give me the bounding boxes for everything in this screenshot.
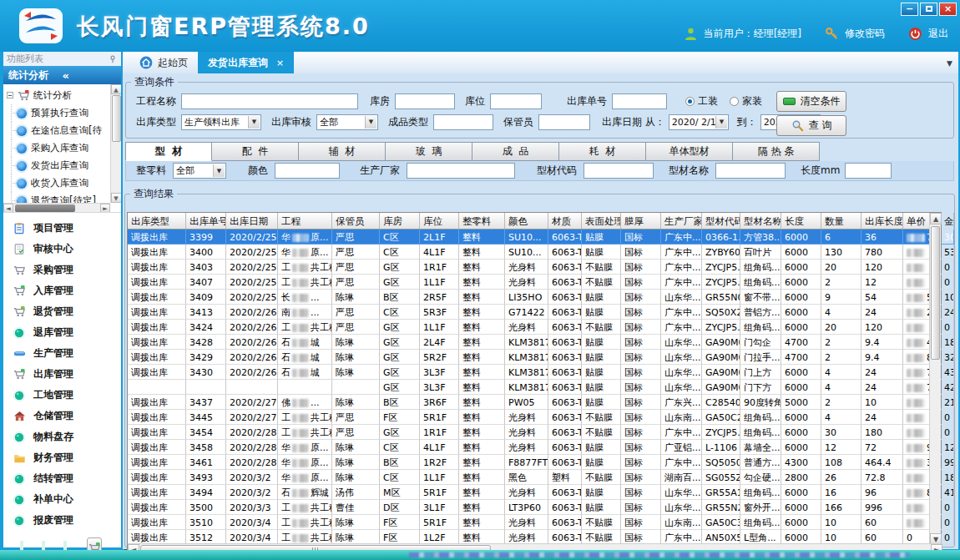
table-row[interactable]: 调拨出库35102020/3/4工共工程陈琳F区5R1F整料光身料6063-T5… xyxy=(128,515,941,530)
tree-expand-icon[interactable] xyxy=(7,92,13,98)
collapse-icon[interactable]: « xyxy=(63,69,117,82)
material-tab-成品[interactable]: 成 品 xyxy=(472,142,559,161)
close-button[interactable]: × xyxy=(939,3,957,16)
column-header-表面处理[interactable]: 表面处理 xyxy=(582,213,621,229)
material-tab-型材[interactable]: 型 材 xyxy=(125,142,212,161)
sidebar-item-入库管理[interactable]: 入库管理 xyxy=(3,280,121,301)
tree-item-采购入库查询[interactable]: 采购入库查询 xyxy=(5,139,110,157)
tree-vertical-scrollbar[interactable]: ▲ ▼ xyxy=(110,84,121,203)
radio-gongzhuang-label[interactable]: 工装 xyxy=(698,94,718,108)
table-row[interactable]: 调拨出库34372020/2/27佛...陈琳B区3R6F整料PW056063-… xyxy=(128,395,941,410)
column-header-库位[interactable]: 库位 xyxy=(420,213,459,229)
tab-overflow-chevron-icon[interactable]: ▼ xyxy=(947,59,952,68)
sidebar-item-财务管理[interactable]: 财务管理 xyxy=(3,447,121,468)
column-header-长度[interactable]: 长度 xyxy=(781,213,821,229)
sidebar-item-物料盘存[interactable]: 物料盘存 xyxy=(3,426,121,447)
scroll-down-icon[interactable]: ▼ xyxy=(111,193,122,203)
out-type-select[interactable]: 生产领料出库▼ xyxy=(181,114,261,130)
table-row[interactable]: 调拨出库34302020/2/26石城陈琳G区3L3F整料KLM38176063… xyxy=(128,365,941,380)
column-header-库房[interactable]: 库房 xyxy=(380,213,420,229)
table-row[interactable]: 调拨出库34942020/3/2石辉城汤伟M区5R1F整料光身料6063-T5贴… xyxy=(128,485,941,500)
column-header-颜色[interactable]: 颜色 xyxy=(505,213,548,229)
column-header-膜厚[interactable]: 膜厚 xyxy=(621,213,661,229)
column-header-数量[interactable]: 数量 xyxy=(821,213,861,229)
tree-item-收货入库查询[interactable]: 收货入库查询 xyxy=(5,174,110,192)
material-tab-辅材[interactable]: 辅 材 xyxy=(299,142,386,161)
sidebar-item-生产管理[interactable]: 生产管理 xyxy=(3,343,121,364)
scrollbar-thumb[interactable] xyxy=(15,204,75,212)
radio-jiazhuang-label[interactable]: 家装 xyxy=(742,94,762,108)
tree-item-退货查询[待定][interactable]: 退货查询[待定] xyxy=(5,192,110,203)
table-row[interactable]: 调拨出库34072020/2/25工共工程严思G区1L1F整料光身料6063-T… xyxy=(128,275,941,290)
scroll-up-icon[interactable]: ▲ xyxy=(111,84,122,94)
table-row[interactable]: 调拨出库34542020/2/28工共工程严思G区1R1F整料光身料6063-T… xyxy=(128,425,941,440)
scrollbar-thumb[interactable] xyxy=(112,95,121,142)
sidebar-item-结转管理[interactable]: 结转管理 xyxy=(3,468,121,489)
column-header-整零料[interactable]: 整零料 xyxy=(459,213,505,229)
sidebar-item-补单中心[interactable]: 补单中心 xyxy=(3,489,121,510)
order-no-input[interactable] xyxy=(612,93,667,109)
scrollbar-thumb[interactable] xyxy=(931,226,940,360)
sidebar-item-仓储管理[interactable]: 仓储管理 xyxy=(3,406,121,426)
whole-select[interactable]: 全部▼ xyxy=(173,163,226,179)
sidebar-item-退库管理[interactable]: 退库管理 xyxy=(3,322,121,343)
search-button[interactable]: 查 询 xyxy=(776,115,846,136)
profile-code-input[interactable] xyxy=(584,163,654,179)
column-header-金[interactable]: 金 xyxy=(941,213,954,229)
table-row[interactable]: 调拨出库35002020/3/3工共工程曹佳D区3L1F整料LT3P606063… xyxy=(128,500,941,515)
scroll-right-icon[interactable]: ► xyxy=(100,204,110,213)
tree-item-发货出库查询[interactable]: 发货出库查询 xyxy=(5,157,110,174)
tree-item-在途信息查询[待[interactable]: 在途信息查询[待 xyxy=(5,122,110,139)
sidebar-item-报废管理[interactable]: 报废管理 xyxy=(3,510,121,531)
column-header-出库日期[interactable]: 出库日期 xyxy=(226,213,278,229)
tree-horizontal-scrollbar[interactable]: ◄ ► xyxy=(3,203,110,212)
table-row[interactable]: G区3L3F整料KLM38176063-T5贴膜国标山东华...GA90M09.… xyxy=(128,380,941,395)
length-input[interactable] xyxy=(845,163,892,179)
column-header-出库长度[interactable]: 出库长度 xyxy=(861,213,903,229)
grid-vertical-scrollbar[interactable]: ▲ ▼ xyxy=(929,213,941,545)
warehouse-input[interactable] xyxy=(395,93,455,109)
table-row[interactable]: 调拨出库33992020/2/25华原...严思C区2L1F整料SU10...6… xyxy=(128,230,941,245)
date-from-picker[interactable]: 2020/ 2/16▼ xyxy=(669,114,729,130)
column-header-材质[interactable]: 材质 xyxy=(548,213,582,229)
tab-起始页[interactable]: 起始页 xyxy=(129,52,198,73)
column-header-出库单号[interactable]: 出库单号 xyxy=(186,213,226,229)
scroll-left-icon[interactable]: ◄ xyxy=(3,204,13,213)
audit-select[interactable]: 全部▼ xyxy=(316,114,378,130)
table-row[interactable]: 调拨出库34242020/2/26工共工程严思G区1L1F整料光身料6063-T… xyxy=(128,320,941,335)
location-input[interactable] xyxy=(490,93,542,109)
scroll-up-icon[interactable]: ▲ xyxy=(930,213,942,225)
maker-input[interactable] xyxy=(407,163,515,179)
clear-conditions-button[interactable]: 清空条件 xyxy=(776,91,846,112)
tree-item-预算执行查询[interactable]: 预算执行查询 xyxy=(5,104,110,122)
maximize-button[interactable] xyxy=(920,3,937,16)
sidebar-item-采购管理[interactable]: 采购管理 xyxy=(3,260,121,280)
table-row[interactable]: 调拨出库34282020/2/26石城陈琳G区2L4F整料KLM38176063… xyxy=(128,335,941,350)
tree-root-statistics[interactable]: 统计分析 xyxy=(5,86,110,104)
change-password-link[interactable]: 修改密码 xyxy=(845,27,885,41)
sidebar-section-header[interactable]: 统计分析 « xyxy=(3,66,121,84)
project-name-input[interactable] xyxy=(181,93,358,109)
sidebar-item-出库管理[interactable]: 出库管理 xyxy=(3,364,121,385)
column-header-保管员[interactable]: 保管员 xyxy=(332,213,380,229)
material-tab-配件[interactable]: 配 件 xyxy=(212,142,299,161)
table-row[interactable]: 调拨出库34452020/2/27工共工程严思F区5R1F整料光身料6063-T… xyxy=(128,410,941,425)
sidebar-item-审核中心[interactable]: 审核中心 xyxy=(3,239,121,260)
material-tab-玻璃[interactable]: 玻 璃 xyxy=(386,142,472,161)
table-row[interactable]: 调拨出库34582020/2/28华原...陈琳C区4L1F整料光身料6063-… xyxy=(128,440,941,455)
table-row[interactable]: 调拨出库34932020/3/2华原...陈琳C区1L1F整料黑色塑料不贴膜国标… xyxy=(128,470,941,485)
color-input[interactable] xyxy=(275,163,340,179)
table-row[interactable]: 调拨出库34292020/2/26石城陈琳G区5R2F整料KLM38176063… xyxy=(128,350,941,365)
radio-jiazhuang[interactable] xyxy=(730,97,739,106)
table-row[interactable]: 调拨出库34092020/2/25长...陈琳B区2R5F整料LI35HO606… xyxy=(128,290,941,305)
column-header-型材名称[interactable]: 型材名称 xyxy=(740,213,781,229)
tab-发货出库查询[interactable]: 发货出库查询× xyxy=(198,52,294,73)
product-type-input[interactable] xyxy=(433,114,493,130)
sidebar-item-项目管理[interactable]: 项目管理 xyxy=(3,218,121,239)
column-header-生产厂家[interactable]: 生产厂家 xyxy=(661,213,702,229)
pin-icon[interactable] xyxy=(108,54,118,64)
profile-name-input[interactable] xyxy=(715,163,786,179)
column-header-型材代码[interactable]: 型材代码 xyxy=(702,213,740,229)
table-row[interactable]: 调拨出库34132020/2/26南...严思C区5R3F整料G71422606… xyxy=(128,305,941,320)
sidebar-item-退货管理[interactable]: 退货管理 xyxy=(3,301,121,322)
